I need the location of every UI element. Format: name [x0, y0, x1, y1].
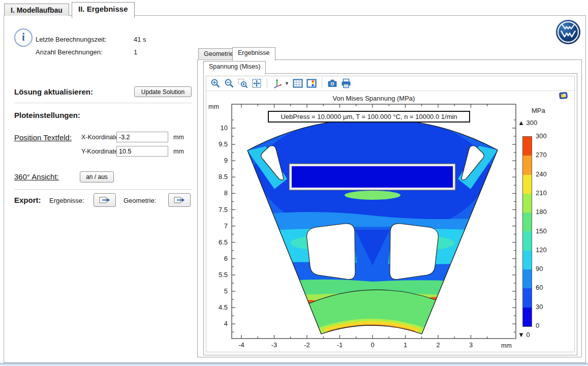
divider [14, 103, 192, 103]
legend-tick-label: 60 [536, 284, 556, 291]
print-icon[interactable] [341, 78, 351, 88]
magnet [292, 166, 453, 188]
plot-image-icon[interactable] [559, 92, 568, 100]
legend-tick-label: 150 [536, 227, 556, 235]
legend-colorbar [522, 136, 532, 327]
zoom-in-icon[interactable] [210, 78, 221, 88]
tab-spannung-mises[interactable]: Spannung (Mises) [203, 61, 266, 74]
zoom-box-icon[interactable] [238, 78, 248, 88]
graphics-toolbar: ▼ [206, 76, 573, 91]
plot-title: Von Mises Spannung (MPa) [232, 95, 516, 102]
legend-color-segment [523, 175, 532, 194]
divider [14, 189, 192, 190]
legend-tick-label: 90 [536, 265, 556, 272]
legend-color-segment [523, 308, 532, 326]
export-heading: Export: [14, 196, 41, 204]
stress-field [232, 104, 516, 339]
export-results-button[interactable] [94, 193, 116, 207]
legend-min-marker: ▼ 0 [518, 331, 530, 339]
flux-barrier-left [307, 224, 355, 280]
legend-tick-label: 0 [536, 322, 556, 329]
legend-color-segment [523, 156, 532, 174]
view-360-label: 360° Ansicht: [14, 172, 59, 181]
vw-logo [555, 19, 581, 45]
computation-count-value: 1 [134, 48, 137, 56]
legend-tick-label: 210 [536, 189, 556, 197]
snapshot-icon[interactable] [327, 78, 337, 88]
legend-unit: MPa [532, 107, 545, 114]
x-coordinate-unit: mm [173, 134, 184, 141]
toolbar-separator [267, 78, 267, 88]
last-computation-value: 41 s [134, 36, 146, 43]
x-coordinate-label: X-Koordinate: [81, 134, 120, 141]
legend-color-segment [523, 251, 532, 269]
view-axes-icon[interactable] [272, 78, 283, 88]
last-computation-label: Letzte Berechnungszeit: [36, 36, 106, 43]
toolbar-separator [322, 78, 322, 88]
legend-color-segment [523, 137, 532, 156]
export-icon [174, 196, 185, 204]
x-axis-unit: mm [501, 342, 512, 349]
legend-tick-label: 300 [536, 132, 556, 140]
color-legend-icon[interactable] [306, 78, 317, 88]
zoom-out-icon[interactable] [224, 78, 234, 88]
window-bottom-edge [0, 363, 588, 365]
view-dropdown-caret[interactable]: ▼ [285, 81, 289, 86]
legend-tick-label: 270 [536, 151, 556, 159]
update-solution-label: Lösung aktualisieren: [14, 87, 93, 96]
color-legend: MPa ▲ 300 ▼ 0 30027024021018015012090603… [517, 104, 563, 343]
y-coordinate-input[interactable] [116, 146, 168, 157]
text-position-label: Position Textfeld: [14, 133, 72, 142]
tab-results[interactable]: Ergebnisse [232, 47, 275, 61]
legend-tick-label: 30 [536, 303, 556, 311]
zoom-extents-icon[interactable] [252, 78, 262, 88]
flux-barrier-right [390, 224, 438, 280]
legend-color-segment [523, 269, 532, 288]
export-results-label: Ergebnisse: [49, 197, 84, 204]
computation-count-label: Anzahl Berechnungen: [36, 48, 103, 56]
legend-color-segment [523, 194, 532, 212]
y-coordinate-label: Y-Koordinate: [81, 148, 119, 155]
legend-tick-label: 240 [536, 170, 556, 178]
export-geometry-button[interactable] [168, 193, 191, 207]
export-icon [99, 196, 110, 204]
tab-ergebnisse[interactable]: II. Ergebnisse [72, 2, 135, 18]
y-axis-unit: mm [208, 103, 219, 110]
grid-icon[interactable] [293, 78, 303, 88]
tab-modellaufbau[interactable]: I. Modellaufbau [4, 4, 69, 16]
legend-color-segment [523, 212, 532, 231]
plot-annotation: UebPress = 10.0000 µm, T = 100.000 °C, n… [268, 111, 470, 123]
x-coordinate-input[interactable] [116, 132, 168, 142]
export-geometry-label: Geometrie: [123, 197, 156, 204]
legend-tick-label: 180 [536, 208, 556, 216]
legend-max-marker: ▲ 300 [518, 119, 537, 127]
y-coordinate-unit: mm [173, 148, 184, 155]
plot-settings-heading: Ploteinstellungen: [14, 111, 80, 119]
legend-tick-label: 120 [536, 246, 556, 254]
legend-color-segment [523, 288, 532, 307]
legend-color-segment [523, 231, 532, 250]
update-solution-button[interactable]: Update Solution [134, 86, 192, 97]
graphics-canvas[interactable] [203, 99, 539, 356]
view-360-toggle-button[interactable]: an / aus [80, 171, 114, 182]
